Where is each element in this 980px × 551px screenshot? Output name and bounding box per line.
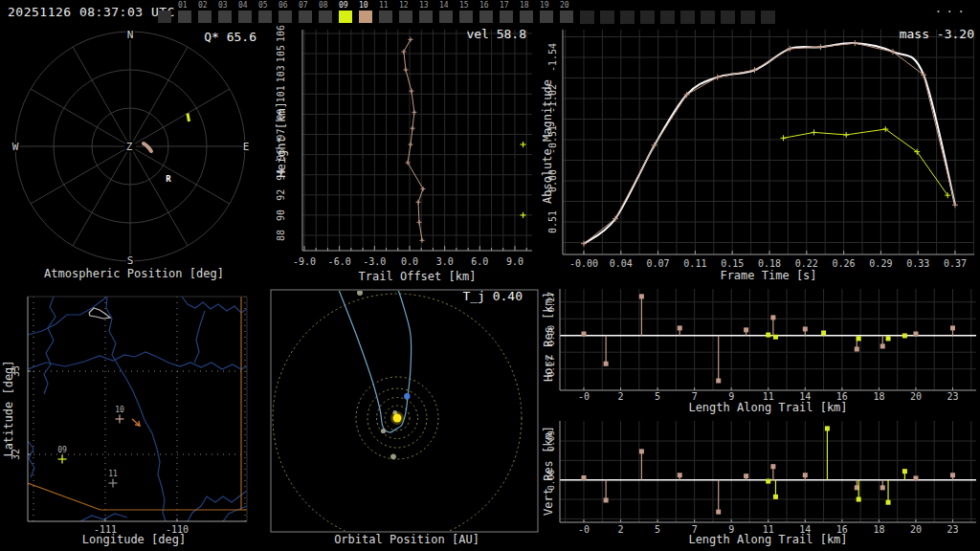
svg-text:0.29: 0.29: [869, 258, 892, 269]
svg-text:09: 09: [57, 446, 67, 454]
svg-text:6.0: 6.0: [471, 256, 488, 267]
frame-cell-trail6[interactable]: [701, 1, 721, 24]
frame-cell-lead0[interactable]: [158, 1, 178, 24]
frame-cell-trail0[interactable]: [580, 1, 600, 24]
svg-text:0.18: 0.18: [758, 258, 781, 269]
orbit-title: Orbital Position [AU]: [268, 533, 546, 546]
sky-plot: NSWEZR: [12, 29, 250, 267]
svg-text:9.0: 9.0: [506, 256, 523, 267]
svg-text:106: 106: [276, 25, 286, 42]
frame-cell-11[interactable]: 11: [379, 1, 399, 24]
svg-text:Z: Z: [126, 141, 133, 153]
svg-text:-6.0: -6.0: [328, 256, 351, 267]
svg-text:3.0: 3.0: [436, 256, 454, 267]
sky-title: Atmospheric Position [deg]: [0, 267, 268, 280]
overflow-menu-icon[interactable]: ···: [935, 4, 969, 18]
mag-xlabel: Frame Time [s]: [563, 269, 974, 282]
trail-annotation: vel 58.8: [302, 28, 526, 41]
orbit-plot: [271, 290, 538, 542]
svg-text:0.33: 0.33: [906, 258, 929, 269]
svg-text:11: 11: [108, 470, 118, 478]
frame-cell-trail9[interactable]: [761, 1, 781, 24]
svg-text:-9.0: -9.0: [293, 256, 316, 267]
svg-text:0.04: 0.04: [610, 258, 633, 269]
top-toolbar: 20251126 08:37:03 UTC 010203040506070809…: [0, 0, 980, 27]
meteor-analysis-dashboard: NSWEZR-9.0-6.0-3.00.03.06.09.01061051031…: [0, 0, 980, 551]
vert-res-xlabel: Length Along Trail [km]: [560, 533, 976, 546]
svg-text:R: R: [166, 174, 171, 184]
planet-earth: [404, 393, 410, 399]
frame-cell-08[interactable]: 08: [319, 1, 339, 24]
frame-cell-19[interactable]: 19: [540, 1, 560, 24]
frame-cell-04[interactable]: 04: [238, 1, 258, 24]
vert-res-ylabel: Vert Res [km]: [542, 375, 555, 551]
svg-text:0.11: 0.11: [683, 258, 706, 269]
frame-cell-14[interactable]: 14: [439, 1, 459, 24]
frame-cell-trail3[interactable]: [640, 1, 660, 24]
frame-cell-trail4[interactable]: [660, 1, 680, 24]
frame-cell-12[interactable]: 12: [399, 1, 419, 24]
utc-clock: 20251126 08:37:03 UTC: [8, 6, 175, 19]
frame-cell-09[interactable]: 09: [339, 1, 359, 24]
frame-cell-01[interactable]: 01: [178, 1, 198, 24]
frame-cell-trail8[interactable]: [741, 1, 761, 24]
sun-marker: [393, 414, 402, 423]
svg-text:W: W: [12, 141, 19, 153]
frame-cell-17[interactable]: 17: [500, 1, 520, 24]
svg-text:E: E: [243, 141, 250, 153]
svg-text:-3.0: -3.0: [363, 256, 386, 267]
svg-text:0.37: 0.37: [944, 258, 967, 269]
trail-ylabel: Height [km]: [275, 44, 288, 235]
trail-chart: -9.0-6.0-3.00.03.06.09.01061051031019997…: [276, 25, 532, 267]
planet-venus: [381, 429, 386, 433]
svg-text:10: 10: [115, 406, 124, 414]
frame-cell-06[interactable]: 06: [278, 1, 299, 24]
frame-cell-trail2[interactable]: [620, 1, 640, 24]
svg-text:-0.00: -0.00: [569, 258, 598, 269]
sky-annotation: Q* 65.6: [0, 31, 256, 44]
frame-cell-15[interactable]: 15: [459, 1, 479, 24]
frame-cell-03[interactable]: 03: [218, 1, 238, 24]
frame-cell-05[interactable]: 05: [258, 1, 278, 24]
trail-xlabel: Trail Offset [km]: [302, 270, 532, 283]
map-ylabel: Latitude [deg]: [2, 313, 15, 504]
frame-cell-13[interactable]: 13: [419, 1, 439, 24]
orbit-annotation: T_j 0.40: [283, 290, 523, 303]
mag-annotation: mass -3.20: [725, 28, 974, 41]
horz-res-xlabel: Length Along Trail [km]: [560, 401, 976, 414]
frame-cell-10[interactable]: 10: [359, 1, 379, 24]
frame-cell-20[interactable]: 20: [560, 1, 580, 24]
frame-cell-07[interactable]: 07: [299, 1, 319, 24]
planet-mars: [390, 453, 396, 459]
magnitude-chart: -0.000.040.070.110.150.180.220.260.290.3…: [547, 30, 974, 269]
horz-residuals-chart: -025791114161820230.270.00-0.27: [546, 289, 976, 402]
vert-residuals-chart: -025791114161820230.090.00: [546, 421, 976, 535]
frame-cell-trail5[interactable]: [680, 1, 701, 24]
frame-selector-strip: 0102030405060708091011121314151617181920: [158, 1, 781, 24]
frame-cell-trail7[interactable]: [721, 1, 741, 24]
svg-text:0.22: 0.22: [795, 258, 818, 269]
svg-text:S: S: [127, 254, 134, 267]
frame-cell-16[interactable]: 16: [479, 1, 500, 24]
svg-text:0.07: 0.07: [647, 258, 670, 269]
svg-text:0.26: 0.26: [833, 258, 856, 269]
frame-cell-trail1[interactable]: [600, 1, 620, 24]
frame-cell-02[interactable]: 02: [198, 1, 218, 24]
map-plot: -111-1103332091011: [11, 297, 247, 535]
svg-text:0.15: 0.15: [721, 258, 744, 269]
frame-cell-18[interactable]: 18: [520, 1, 540, 24]
mag-ylabel: Absolute Magnitude: [541, 46, 554, 237]
svg-text:0.0: 0.0: [401, 256, 418, 267]
map-xlabel: Longitude [deg]: [19, 533, 249, 546]
